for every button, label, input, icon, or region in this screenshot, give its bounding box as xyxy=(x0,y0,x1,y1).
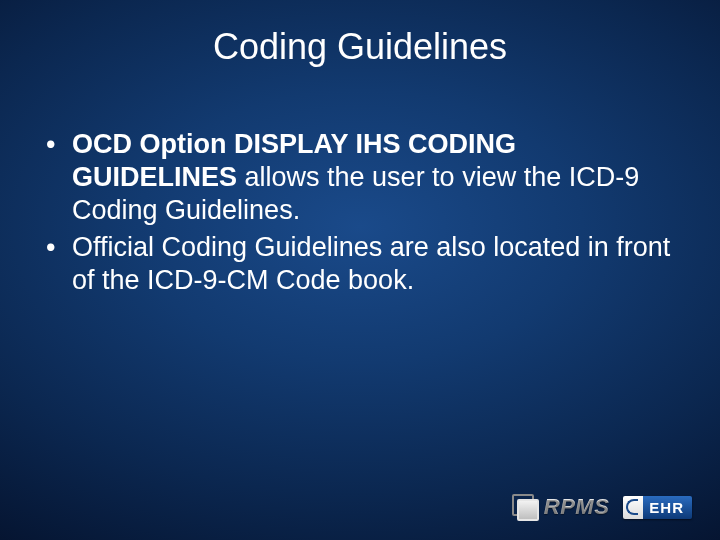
rpms-logo: RPMS xyxy=(512,494,610,520)
ehr-logo: EHR xyxy=(623,496,692,519)
rpms-logo-text: RPMS xyxy=(544,494,610,520)
slide: Coding Guidelines OCD Option DISPLAY IHS… xyxy=(0,0,720,540)
bullet-item: Official Coding Guidelines are also loca… xyxy=(42,231,678,297)
footer-logos: RPMS EHR xyxy=(512,494,692,520)
slide-body: OCD Option DISPLAY IHS CODING GUIDELINES… xyxy=(42,128,678,301)
bullet-item: OCD Option DISPLAY IHS CODING GUIDELINES… xyxy=(42,128,678,227)
rpms-mark-icon xyxy=(512,494,538,520)
bullet-list: OCD Option DISPLAY IHS CODING GUIDELINES… xyxy=(42,128,678,297)
ehr-logo-text: EHR xyxy=(643,496,692,519)
slide-title: Coding Guidelines xyxy=(0,26,720,68)
bullet-text: Official Coding Guidelines are also loca… xyxy=(72,232,670,295)
ehr-swoosh-icon xyxy=(623,496,643,519)
